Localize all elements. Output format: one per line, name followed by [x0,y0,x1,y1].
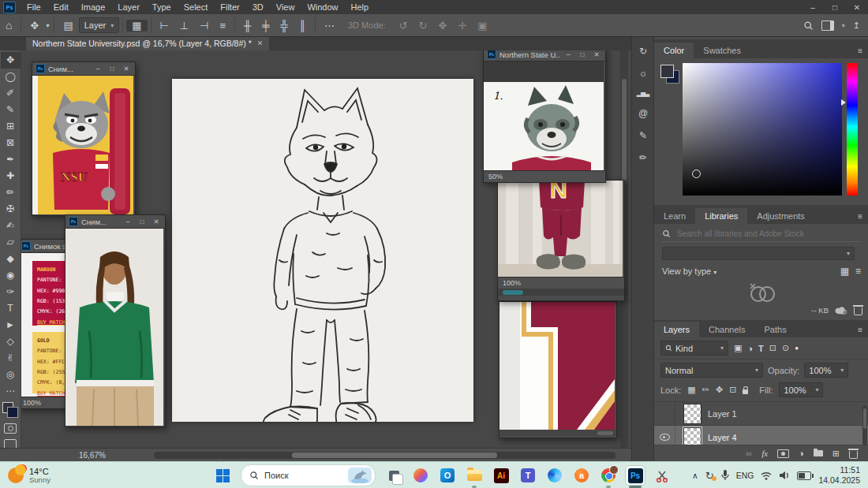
align-left-icon[interactable]: ⊢ [155,20,174,32]
menu-edit[interactable]: Edit [47,2,75,12]
link-layers-icon[interactable]: ∞ [746,449,752,458]
menu-file[interactable]: File [21,2,47,12]
taskbar-search-box[interactable]: Поиск [241,464,376,486]
hand-tool[interactable]: ✌ [1,349,21,366]
minimize-button[interactable]: – [802,3,824,12]
document-horizontal-scrollbar[interactable] [154,452,615,459]
adjustments-icon[interactable]: ☼ [639,68,647,79]
delete-icon[interactable] [854,307,862,315]
search-icon[interactable] [803,20,814,31]
layer-style-fx-icon[interactable]: fx [761,449,768,458]
snipping-tool-icon[interactable] [652,465,672,486]
eraser-tool[interactable]: ▱ [1,233,21,250]
window-horizontal-scrollbar[interactable] [499,430,616,436]
lock-move-icon[interactable]: ✥ [716,385,723,395]
panel-menu-icon[interactable]: ≡ [851,209,868,224]
distribute-1-icon[interactable]: ╫ [238,20,256,32]
view-by-type-dropdown[interactable]: View by type ▾ [662,266,716,276]
adjustment-layer-icon[interactable]: ◑ [799,449,804,458]
zoom-level[interactable]: 100% [23,399,41,407]
menu-layer[interactable]: Layer [111,2,146,12]
reference-window-logo-letter[interactable] [499,301,617,438]
foreground-background-swatches[interactable] [2,402,18,418]
lock-all-icon[interactable] [743,389,748,394]
task-view-icon[interactable] [383,465,404,486]
chrome-icon[interactable] [598,465,619,486]
chevron-down-icon[interactable]: ▾ [44,22,51,29]
start-button[interactable] [212,465,233,486]
chevron-down-icon[interactable]: ▾ [842,22,845,29]
zoom-level[interactable]: 50% [488,173,503,181]
brush-tool[interactable]: ✏ [1,184,21,201]
type-tool[interactable]: T [1,300,21,316]
visibility-toggle[interactable] [654,402,675,425]
lock-transparency-icon[interactable]: ▦ [687,385,695,395]
color-fg-bg-swatches[interactable] [660,65,679,84]
battery-icon[interactable] [797,471,811,480]
reference-window-sweater-photo[interactable]: Ps Сним... – □ ✕ [65,214,166,427]
home-icon[interactable]: ⌂ [0,19,17,32]
tab-layers[interactable]: Layers [654,322,699,337]
panel-menu-icon[interactable]: ≡ [851,43,868,58]
close-icon[interactable]: ✕ [121,65,132,73]
brushes-icon[interactable]: ✏ [639,152,646,163]
menu-filter[interactable]: Filter [214,2,245,12]
language-indicator[interactable]: ENG [736,471,754,480]
opacity-input[interactable]: 100%▾ [804,363,848,378]
tab-close-icon[interactable]: ✕ [257,39,264,47]
search-highlight-dolphin-image[interactable] [348,468,372,483]
clock-widget[interactable]: 11:51 14.04.2025 [818,465,860,486]
distribute-3-icon[interactable]: ╬ [275,20,294,32]
move-tool[interactable]: ✥ [1,52,21,69]
minimize-icon[interactable]: – [92,65,103,73]
align-right-icon[interactable]: ⊣ [194,20,214,32]
zoom-level[interactable]: 100% [503,279,521,287]
zoom-tool[interactable]: ◎ [1,366,21,382]
history-icon[interactable]: ↻ [639,46,646,57]
new-layer-icon[interactable]: ⊞ [832,449,840,459]
workspace-icon[interactable] [821,20,834,31]
reference-window-nsu-cartoon[interactable]: Ps Сним... – □ ✕ NSU [32,61,136,216]
healing-brush-tool[interactable]: ✚ [1,168,21,184]
layer-name[interactable]: Layer 4 [708,433,737,442]
photoshop-taskbar-icon[interactable]: Ps [625,465,645,486]
gradient-tool[interactable]: ◆ [1,250,21,266]
reference-window-mascot-photo[interactable]: N 100% [497,180,625,301]
main-canvas[interactable] [172,79,473,422]
minimize-icon[interactable]: – [122,218,133,225]
autoselect-icon[interactable]: ▤ [58,20,78,32]
filter-smart-icon[interactable]: ⊙ [782,343,789,353]
brush-settings-icon[interactable]: ✎ [639,130,646,141]
panel-menu-icon[interactable]: ≡ [851,322,868,337]
color-saturation-field[interactable] [683,63,842,196]
hue-slider[interactable] [847,63,858,196]
path-selection-tool[interactable]: ► [1,316,21,333]
distribute-4-icon[interactable]: ║ [294,20,312,32]
window-titlebar[interactable]: Ps Сним... – □ ✕ [32,62,135,76]
quick-mask-icon[interactable] [4,423,17,434]
comments-icon[interactable]: @ [638,108,647,119]
filter-adjustment-icon[interactable]: ◑ [747,344,753,353]
filter-toggle-icon[interactable]: ● [795,345,799,352]
window-titlebar[interactable]: Ps Сним... – □ ✕ [65,215,165,229]
cloud-sync-icon[interactable] [835,306,847,315]
filter-shape-icon[interactable]: ⊡ [769,343,776,353]
window-horizontal-scrollbar[interactable] [498,289,624,296]
lock-paint-icon[interactable]: ✏ [702,385,709,395]
object-selection-tool[interactable]: ✎ [1,102,21,118]
onedrive-sync-icon[interactable]: ↻ [705,470,714,482]
teams-icon[interactable]: T [518,465,538,486]
add-mask-icon[interactable] [777,449,789,458]
share-icon[interactable]: ↥ [853,20,860,31]
tab-swatches[interactable]: Swatches [694,43,750,58]
menu-image[interactable]: Image [75,2,112,12]
wifi-icon[interactable] [761,471,772,480]
pen-tool[interactable]: ✑ [1,283,21,300]
edit-toolbar-icon[interactable]: ⋯ [1,382,21,399]
tab-color[interactable]: Color [654,43,694,58]
more-options-icon[interactable]: ⋯ [319,20,340,32]
color-picker-cursor[interactable] [692,169,701,178]
align-middle-icon[interactable]: ≡ [215,20,232,32]
menu-view[interactable]: View [270,2,301,12]
blur-tool[interactable]: ◉ [1,266,21,283]
